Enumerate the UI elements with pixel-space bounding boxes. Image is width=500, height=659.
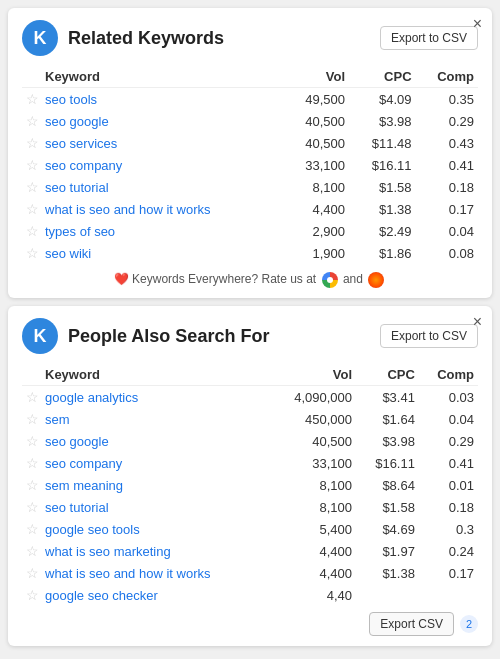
vol-cell: 5,400 (269, 518, 356, 540)
comp-cell: 0.43 (416, 132, 478, 154)
star-icon[interactable]: ☆ (22, 518, 41, 540)
table-row: ☆ seo company 33,100 $16.11 0.41 (22, 452, 478, 474)
star-icon[interactable]: ☆ (22, 132, 41, 154)
vol-cell: 8,100 (283, 176, 350, 198)
keyword-cell[interactable]: seo services (41, 132, 283, 154)
col-comp-header: Comp (416, 66, 478, 88)
keyword-cell[interactable]: what is seo marketing (41, 540, 269, 562)
keyword-cell[interactable]: seo google (41, 110, 283, 132)
comp-cell: 0.41 (419, 452, 478, 474)
keyword-cell[interactable]: types of seo (41, 220, 283, 242)
keyword-cell[interactable]: sem (41, 408, 269, 430)
star-icon[interactable]: ☆ (22, 198, 41, 220)
vol-cell: 450,000 (269, 408, 356, 430)
keyword-cell[interactable]: seo company (41, 154, 283, 176)
card1-title: Related Keywords (68, 28, 224, 49)
close-button-card1[interactable]: × (473, 16, 482, 32)
table-row: ☆ what is seo marketing 4,400 $1.97 0.24 (22, 540, 478, 562)
table-row: ☆ seo tutorial 8,100 $1.58 0.18 (22, 176, 478, 198)
comp-cell: 0.04 (416, 220, 478, 242)
vol-cell: 1,900 (283, 242, 350, 264)
keyword-cell[interactable]: seo tutorial (41, 176, 283, 198)
export-csv-bottom-button[interactable]: Export CSV (369, 612, 454, 636)
export-csv-button-card2[interactable]: Export to CSV (380, 324, 478, 348)
related-keywords-card: × K Related Keywords Export to CSV Keywo… (8, 8, 492, 298)
rate-text: Keywords Everywhere? Rate us at (132, 272, 316, 286)
comp-cell: 0.29 (416, 110, 478, 132)
keyword-cell[interactable]: sem meaning (41, 474, 269, 496)
card2-header: K People Also Search For Export to CSV (22, 318, 478, 354)
card1-header: K Related Keywords Export to CSV (22, 20, 478, 56)
keyword-cell[interactable]: seo tutorial (41, 496, 269, 518)
cpc-cell: $8.64 (356, 474, 419, 496)
star-icon[interactable]: ☆ (22, 242, 41, 264)
star-icon[interactable]: ☆ (22, 562, 41, 584)
keyword-cell[interactable]: seo company (41, 452, 269, 474)
vol-cell: 40,500 (283, 132, 350, 154)
comp-cell: 0.41 (416, 154, 478, 176)
col-comp-header2: Comp (419, 364, 478, 386)
star-icon[interactable]: ☆ (22, 110, 41, 132)
star-icon[interactable]: ☆ (22, 496, 41, 518)
keyword-cell[interactable]: google seo checker (41, 584, 269, 606)
col-star-header (22, 66, 41, 88)
keyword-cell[interactable]: seo wiki (41, 242, 283, 264)
table-row: ☆ google analytics 4,090,000 $3.41 0.03 (22, 386, 478, 409)
cpc-cell: $2.49 (349, 220, 416, 242)
keyword-cell[interactable]: google analytics (41, 386, 269, 409)
cpc-cell: $1.58 (349, 176, 416, 198)
vol-cell: 33,100 (269, 452, 356, 474)
vol-cell: 4,40 (269, 584, 356, 606)
star-icon[interactable]: ☆ (22, 430, 41, 452)
people-also-search-table: Keyword Vol CPC Comp ☆ google analytics … (22, 364, 478, 606)
star-icon[interactable]: ☆ (22, 540, 41, 562)
close-button-card2[interactable]: × (473, 314, 482, 330)
table-row: ☆ sem 450,000 $1.64 0.04 (22, 408, 478, 430)
table-row: ☆ google seo checker 4,40 (22, 584, 478, 606)
comp-cell: 0.24 (419, 540, 478, 562)
keyword-cell[interactable]: what is seo and how it works (41, 562, 269, 584)
export-badge: 2 (460, 615, 478, 633)
table-row: ☆ sem meaning 8,100 $8.64 0.01 (22, 474, 478, 496)
star-icon[interactable]: ☆ (22, 88, 41, 111)
cpc-cell: $1.86 (349, 242, 416, 264)
star-icon[interactable]: ☆ (22, 408, 41, 430)
cpc-cell: $1.64 (356, 408, 419, 430)
comp-cell: 0.29 (419, 430, 478, 452)
star-icon[interactable]: ☆ (22, 220, 41, 242)
star-icon[interactable]: ☆ (22, 154, 41, 176)
table-row: ☆ seo google 40,500 $3.98 0.29 (22, 110, 478, 132)
comp-cell: 0.17 (419, 562, 478, 584)
star-icon[interactable]: ☆ (22, 386, 41, 409)
people-also-search-card: × K People Also Search For Export to CSV… (8, 306, 492, 646)
star-icon[interactable]: ☆ (22, 474, 41, 496)
cpc-cell: $1.38 (356, 562, 419, 584)
rate-bar: ❤️ Keywords Everywhere? Rate us at and (22, 272, 478, 288)
cpc-cell: $1.97 (356, 540, 419, 562)
table-row: ☆ types of seo 2,900 $2.49 0.04 (22, 220, 478, 242)
keyword-cell[interactable]: seo google (41, 430, 269, 452)
vol-cell: 40,500 (269, 430, 356, 452)
cpc-cell: $3.98 (349, 110, 416, 132)
comp-cell (419, 584, 478, 606)
cpc-cell: $1.38 (349, 198, 416, 220)
keyword-cell[interactable]: google seo tools (41, 518, 269, 540)
keyword-cell[interactable]: seo tools (41, 88, 283, 111)
table-row: ☆ seo tools 49,500 $4.09 0.35 (22, 88, 478, 111)
star-icon[interactable]: ☆ (22, 452, 41, 474)
comp-cell: 0.04 (419, 408, 478, 430)
vol-cell: 4,400 (283, 198, 350, 220)
star-icon[interactable]: ☆ (22, 584, 41, 606)
export-csv-button-card1[interactable]: Export to CSV (380, 26, 478, 50)
vol-cell: 33,100 (283, 154, 350, 176)
rate-and: and (343, 272, 363, 286)
col-cpc-header: CPC (349, 66, 416, 88)
vol-cell: 49,500 (283, 88, 350, 111)
card2-title: People Also Search For (68, 326, 269, 347)
table-row: ☆ seo wiki 1,900 $1.86 0.08 (22, 242, 478, 264)
keyword-cell[interactable]: what is seo and how it works (41, 198, 283, 220)
star-icon[interactable]: ☆ (22, 176, 41, 198)
vol-cell: 40,500 (283, 110, 350, 132)
table-row: ☆ what is seo and how it works 4,400 $1.… (22, 562, 478, 584)
card1-title-group: K Related Keywords (22, 20, 224, 56)
